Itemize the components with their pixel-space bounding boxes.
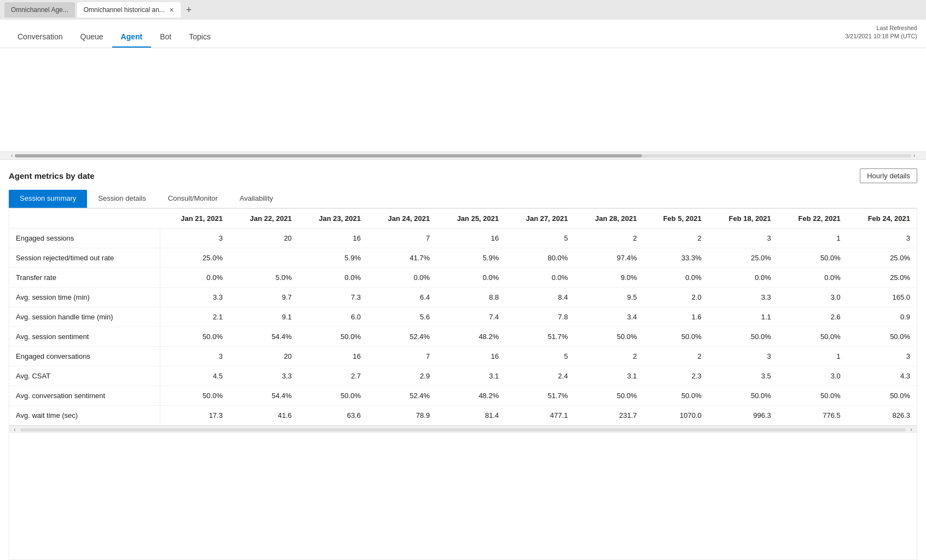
- cell-value: 97.4%: [575, 248, 644, 268]
- col-header-feb5: Feb 5, 2021: [644, 209, 708, 229]
- nav-item-agent[interactable]: Agent: [112, 25, 152, 48]
- cell-value: 5.9%: [298, 248, 367, 268]
- cell-value: 3.5: [708, 366, 778, 386]
- cell-metric: Engaged sessions: [9, 229, 160, 248]
- cell-value: 50.0%: [778, 327, 847, 347]
- cell-metric: Session rejected/timed out rate: [9, 248, 160, 268]
- table-row: Engaged sessions32016716522313: [9, 229, 917, 248]
- cell-metric: Avg. session sentiment: [9, 327, 160, 347]
- cell-value: 9.7: [229, 288, 298, 307]
- cell-value: 3: [708, 229, 778, 248]
- cell-value: 50.0%: [575, 386, 644, 406]
- cell-value: 9.1: [229, 307, 298, 327]
- cell-value: 4.3: [847, 366, 917, 386]
- cell-value: 80.0%: [506, 248, 575, 268]
- col-header-jan24: Jan 24, 2021: [367, 209, 436, 229]
- cell-value: 0.0%: [708, 268, 778, 288]
- content-area: ‹ › Agent metrics by date Hourly details…: [0, 48, 926, 560]
- cell-value: 54.4%: [229, 327, 298, 347]
- bottom-scroll-track[interactable]: [20, 428, 906, 431]
- add-tab-button[interactable]: +: [183, 4, 195, 16]
- horizontal-scrollbar[interactable]: ‹ ›: [0, 152, 926, 160]
- col-header-metric: [9, 209, 160, 229]
- scroll-track[interactable]: [15, 154, 911, 158]
- col-header-feb22: Feb 22, 2021: [778, 209, 847, 229]
- cell-value: 1070.0: [644, 406, 708, 425]
- cell-value: 0.0%: [506, 268, 575, 288]
- cell-value: 2.9: [367, 366, 436, 386]
- app-container: Conversation Queue Agent Bot Topics Last…: [0, 20, 926, 560]
- table-row: Session rejected/timed out rate25.0%5.9%…: [9, 248, 917, 268]
- cell-value: 0.0%: [160, 268, 229, 288]
- tab-label: Omnichannel Age...: [11, 6, 68, 14]
- cell-value: 826.3: [847, 406, 917, 425]
- browser-tabs: Omnichannel Age... Omnichannel historica…: [0, 0, 926, 20]
- cell-value: 20: [229, 229, 298, 248]
- cell-value: 3.0: [778, 288, 847, 307]
- col-header-jan23: Jan 23, 2021: [298, 209, 367, 229]
- cell-value: 41.7%: [367, 248, 436, 268]
- scroll-bottom-right-arrow[interactable]: ›: [906, 427, 917, 433]
- scroll-bottom-left-arrow[interactable]: ‹: [9, 427, 20, 433]
- cell-value: 50.0%: [644, 327, 708, 347]
- scroll-right-arrow[interactable]: ›: [913, 153, 915, 159]
- cell-value: 3.3: [708, 288, 778, 307]
- last-refreshed-label: Last Refreshed: [845, 24, 917, 32]
- cell-value: 7.4: [436, 307, 505, 327]
- cell-value: 16: [298, 229, 367, 248]
- cell-value: 0.0%: [644, 268, 708, 288]
- tab-session-details[interactable]: Session details: [87, 190, 157, 208]
- cell-value: 3: [708, 347, 778, 366]
- cell-value: 7.3: [298, 288, 367, 307]
- cell-value: 16: [298, 347, 367, 366]
- cell-value: 51.7%: [506, 386, 575, 406]
- close-icon[interactable]: ✕: [169, 7, 174, 14]
- tab-consult-monitor[interactable]: Consult/Monitor: [157, 190, 229, 208]
- cell-value: 5.0%: [229, 268, 298, 288]
- cell-value: 16: [436, 347, 505, 366]
- scroll-left-arrow[interactable]: ‹: [11, 153, 13, 159]
- cell-value: 231.7: [575, 406, 644, 425]
- nav-item-conversation[interactable]: Conversation: [9, 25, 72, 48]
- cell-value: 3: [160, 347, 229, 366]
- tab-inactive[interactable]: Omnichannel Age...: [4, 2, 75, 18]
- col-header-jan27: Jan 27, 2021: [506, 209, 575, 229]
- data-table-wrapper[interactable]: Jan 21, 2021 Jan 22, 2021 Jan 23, 2021 J…: [9, 208, 917, 560]
- cell-value: 3: [160, 229, 229, 248]
- nav-item-topics[interactable]: Topics: [180, 25, 219, 48]
- cell-value: 2.1: [160, 307, 229, 327]
- cell-value: 50.0%: [160, 327, 229, 347]
- cell-value: 3.3: [229, 366, 298, 386]
- cell-value: 477.1: [506, 406, 575, 425]
- col-header-feb24: Feb 24, 2021: [847, 209, 917, 229]
- cell-value: 2.7: [298, 366, 367, 386]
- bottom-scrollbar[interactable]: ‹ ›: [9, 425, 917, 433]
- section-header: Agent metrics by date Hourly details: [9, 168, 917, 183]
- tab-session-summary[interactable]: Session summary: [9, 190, 87, 208]
- cell-value: 6.0: [298, 307, 367, 327]
- nav-item-queue[interactable]: Queue: [72, 25, 112, 48]
- cell-metric: Avg. CSAT: [9, 366, 160, 386]
- nav-item-bot[interactable]: Bot: [151, 25, 180, 48]
- cell-value: 50.0%: [298, 327, 367, 347]
- cell-value: 50.0%: [847, 386, 917, 406]
- last-refreshed-value: 3/21/2021 10:18 PM (UTC): [845, 32, 917, 40]
- scroll-thumb[interactable]: [15, 154, 642, 158]
- cell-value: 63.6: [298, 406, 367, 425]
- cell-value: 2.6: [778, 307, 847, 327]
- tab-availability[interactable]: Availability: [229, 190, 284, 208]
- cell-value: 16: [436, 229, 505, 248]
- cell-metric: Transfer rate: [9, 268, 160, 288]
- cell-value: 17.3: [160, 406, 229, 425]
- sub-tabs: Session summary Session details Consult/…: [9, 190, 917, 208]
- cell-value: 50.0%: [298, 386, 367, 406]
- tab-active[interactable]: Omnichannel historical an... ✕: [77, 2, 181, 18]
- cell-value: 25.0%: [160, 248, 229, 268]
- cell-value: 1.6: [644, 307, 708, 327]
- cell-value: 50.0%: [160, 386, 229, 406]
- hourly-details-button[interactable]: Hourly details: [860, 168, 917, 183]
- cell-value: 3.1: [575, 366, 644, 386]
- last-refreshed: Last Refreshed 3/21/2021 10:18 PM (UTC): [845, 24, 917, 41]
- cell-value: 25.0%: [847, 268, 917, 288]
- cell-value: 54.4%: [229, 386, 298, 406]
